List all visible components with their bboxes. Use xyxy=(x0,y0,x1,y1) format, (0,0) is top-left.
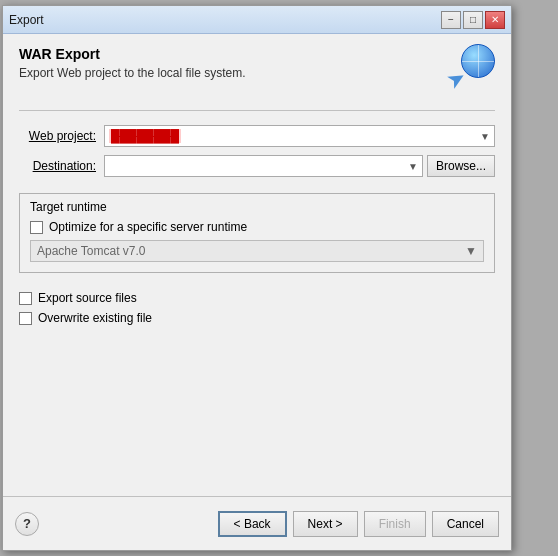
globe-line-v xyxy=(478,45,479,77)
overwrite-checkbox[interactable] xyxy=(19,312,32,325)
war-icon: ➤ xyxy=(447,44,495,96)
minimize-button[interactable]: − xyxy=(441,11,461,29)
window-title: Export xyxy=(9,13,44,27)
group-box-title: Target runtime xyxy=(30,200,484,214)
export-source-row: Export source files xyxy=(19,291,495,305)
web-project-arrow: ▼ xyxy=(480,131,490,142)
bottom-bar: ? < Back Next > Finish Cancel xyxy=(3,496,511,550)
web-project-value: ████████ xyxy=(109,129,181,143)
server-runtime-select: Apache Tomcat v7.0 ▼ xyxy=(30,240,484,262)
target-runtime-group: Target runtime Optimize for a specific s… xyxy=(19,193,495,273)
export-source-checkbox[interactable] xyxy=(19,292,32,305)
content-area: WAR Export Export Web project to the loc… xyxy=(3,34,511,496)
web-project-select[interactable]: ████████ ▼ xyxy=(104,125,495,147)
cancel-button[interactable]: Cancel xyxy=(432,511,499,537)
destination-select[interactable]: ▼ xyxy=(104,155,423,177)
title-bar-left: Export xyxy=(9,13,44,27)
destination-label: Destination: xyxy=(19,159,104,173)
title-bar-buttons: − □ ✕ xyxy=(441,11,505,29)
next-button[interactable]: Next > xyxy=(293,511,358,537)
destination-row: Destination: ▼ Browse... xyxy=(19,155,495,177)
close-button[interactable]: ✕ xyxy=(485,11,505,29)
web-project-control: ████████ ▼ xyxy=(104,125,495,147)
destination-control: ▼ Browse... xyxy=(104,155,495,177)
web-project-label: Web project: xyxy=(19,129,104,143)
browse-button[interactable]: Browse... xyxy=(427,155,495,177)
maximize-button[interactable]: □ xyxy=(463,11,483,29)
overwrite-label: Overwrite existing file xyxy=(38,311,152,325)
bottom-buttons: < Back Next > Finish Cancel xyxy=(218,511,499,537)
optimize-checkbox[interactable] xyxy=(30,221,43,234)
dialog-subtitle: Export Web project to the local file sys… xyxy=(19,66,246,80)
server-runtime-value: Apache Tomcat v7.0 xyxy=(37,244,146,258)
header-section: WAR Export Export Web project to the loc… xyxy=(19,46,495,94)
overwrite-row: Overwrite existing file xyxy=(19,311,495,325)
header-text: WAR Export Export Web project to the loc… xyxy=(19,46,246,80)
header-divider xyxy=(19,110,495,111)
finish-button[interactable]: Finish xyxy=(364,511,426,537)
destination-arrow: ▼ xyxy=(408,161,418,172)
back-button[interactable]: < Back xyxy=(218,511,287,537)
optimize-checkbox-row: Optimize for a specific server runtime xyxy=(30,220,484,234)
globe-icon xyxy=(461,44,495,78)
dialog-title: WAR Export xyxy=(19,46,246,62)
bottom-left: ? xyxy=(15,512,39,536)
web-project-row: Web project: ████████ ▼ xyxy=(19,125,495,147)
export-source-label: Export source files xyxy=(38,291,137,305)
help-button[interactable]: ? xyxy=(15,512,39,536)
header-icon-area: ➤ xyxy=(447,46,495,94)
server-runtime-arrow: ▼ xyxy=(465,244,477,258)
optimize-label: Optimize for a specific server runtime xyxy=(49,220,247,234)
title-bar: Export − □ ✕ xyxy=(3,6,511,34)
export-dialog: Export − □ ✕ WAR Export Export Web proje… xyxy=(2,5,512,551)
